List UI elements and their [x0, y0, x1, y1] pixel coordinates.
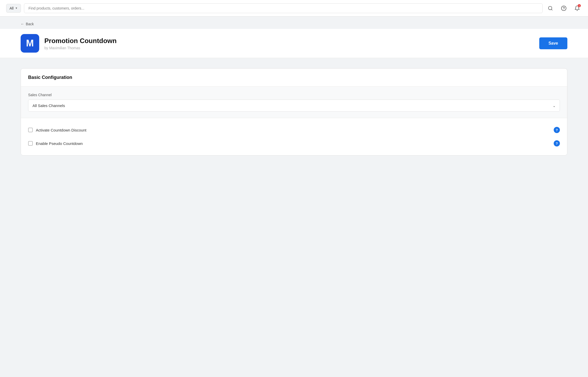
app-title: Promotion Countdown	[44, 37, 117, 45]
help-circle-icon	[561, 5, 567, 11]
search-input[interactable]	[24, 3, 543, 13]
activate-countdown-help-icon[interactable]: ?	[554, 127, 560, 133]
main-content: Basic Configuration Sales Channel All Sa…	[0, 58, 588, 166]
checkbox-left-2: Enable Pseudo Countdown	[28, 141, 83, 146]
filter-label: All	[10, 6, 14, 10]
back-label: Back	[26, 22, 34, 26]
back-link[interactable]: ← Back	[21, 22, 34, 26]
app-icon-letter: M	[26, 38, 34, 49]
app-author: by Maximilian Thomas	[44, 46, 117, 50]
chevron-down-icon: ▼	[15, 7, 18, 10]
top-navigation: All ▼ 1	[0, 0, 588, 17]
config-section-title: Basic Configuration	[28, 75, 560, 80]
back-arrow-icon: ←	[21, 22, 24, 26]
notification-badge: 1	[578, 4, 581, 7]
notification-wrapper: 1	[573, 4, 582, 13]
activate-countdown-checkbox[interactable]	[28, 128, 33, 132]
sales-channel-label: Sales Channel	[28, 93, 560, 97]
filter-dropdown[interactable]: All ▼	[6, 4, 21, 13]
checkbox-left-1: Activate Countdown Discount	[28, 128, 86, 132]
app-header: M Promotion Countdown by Maximilian Thom…	[0, 29, 588, 58]
enable-pseudo-checkbox[interactable]	[28, 141, 33, 146]
enable-pseudo-help-icon[interactable]: ?	[554, 140, 560, 146]
nav-icons: 1	[546, 4, 582, 13]
enable-pseudo-row: Enable Pseudo Countdown ?	[28, 137, 560, 150]
activate-countdown-row: Activate Countdown Discount ?	[28, 123, 560, 137]
app-icon: M	[21, 34, 39, 53]
search-icon	[548, 6, 553, 11]
basic-config-card: Basic Configuration Sales Channel All Sa…	[21, 68, 567, 155]
sales-channel-wrapper: All Sales Channels ⌄	[28, 100, 560, 112]
enable-pseudo-label: Enable Pseudo Countdown	[36, 141, 83, 146]
help-icon-button[interactable]	[559, 4, 568, 13]
search-icon-button[interactable]	[546, 4, 555, 13]
config-card-header: Basic Configuration	[21, 69, 567, 87]
activate-countdown-label: Activate Countdown Discount	[36, 128, 86, 132]
back-section: ← Back	[0, 17, 588, 29]
app-title-block: Promotion Countdown by Maximilian Thomas	[44, 37, 117, 50]
sales-channel-select[interactable]: All Sales Channels	[28, 100, 560, 112]
app-info: M Promotion Countdown by Maximilian Thom…	[21, 34, 117, 53]
checkbox-section: Activate Countdown Discount ? Enable Pse…	[21, 118, 567, 155]
save-button[interactable]: Save	[539, 37, 567, 49]
sales-channel-section: Sales Channel All Sales Channels ⌄	[21, 87, 567, 118]
svg-line-1	[551, 9, 552, 10]
